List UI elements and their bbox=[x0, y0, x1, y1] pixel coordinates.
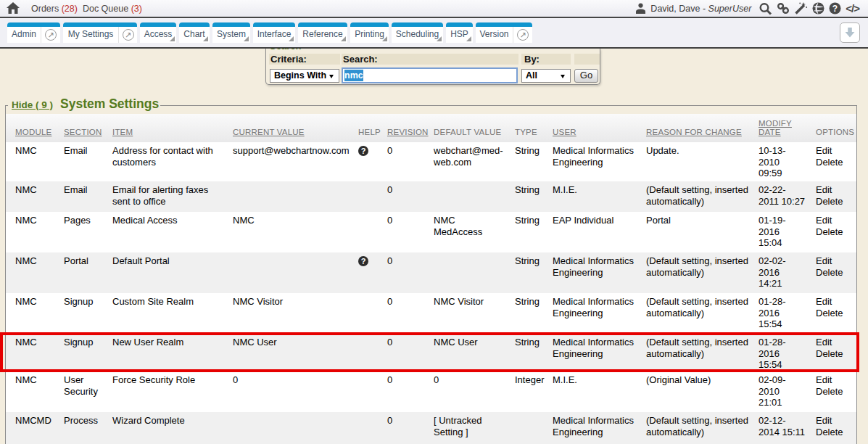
svg-text:?: ? bbox=[832, 4, 838, 14]
